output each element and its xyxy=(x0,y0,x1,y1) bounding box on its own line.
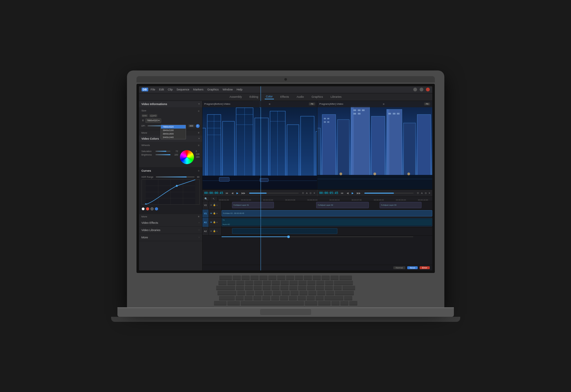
key-backspace[interactable] xyxy=(334,281,353,285)
key-y[interactable] xyxy=(280,286,289,290)
key-minus[interactable] xyxy=(316,281,324,285)
transport-next-l[interactable]: ▶▶ xyxy=(241,192,246,195)
eye-icon-a1[interactable]: 👁 xyxy=(210,221,212,223)
key-f8[interactable] xyxy=(295,276,303,280)
tab-assembly[interactable]: Assembly xyxy=(228,95,243,99)
key-period[interactable] xyxy=(307,296,315,300)
key-rctrl[interactable] xyxy=(318,301,331,305)
dot-blue[interactable] xyxy=(155,207,158,210)
key-equal[interactable] xyxy=(325,281,333,285)
key-del[interactable] xyxy=(339,276,352,280)
dot-white[interactable] xyxy=(142,207,145,210)
key-c[interactable] xyxy=(253,296,262,300)
key-v[interactable] xyxy=(262,296,270,300)
clip-audio-a2[interactable] xyxy=(232,228,337,234)
menu-sequence[interactable]: Sequence xyxy=(176,88,189,91)
mute-icon-v2[interactable]: × xyxy=(216,204,218,206)
menu-window[interactable]: Window xyxy=(222,88,233,91)
key-6[interactable] xyxy=(272,281,280,285)
key-i[interactable] xyxy=(298,286,306,290)
key-f11[interactable] xyxy=(322,276,330,280)
clip-video-v1[interactable]: Fx Video 02...00:00:00:45 xyxy=(222,210,432,216)
eye-icon-v2[interactable]: 👁 xyxy=(210,204,212,206)
transport-prev-l[interactable]: ◀ xyxy=(231,192,234,195)
dropdown-item-1[interactable]: 3840x2160 xyxy=(161,129,186,132)
mute-icon-a1[interactable]: × xyxy=(216,221,218,223)
dpi-button[interactable]: + xyxy=(196,124,200,128)
key-f6[interactable] xyxy=(277,276,285,280)
mute-icon-v1[interactable]: × xyxy=(216,212,218,215)
key-p[interactable] xyxy=(316,286,324,290)
key-space[interactable] xyxy=(241,301,304,305)
marker-icon-l[interactable]: A xyxy=(306,192,308,195)
key-f[interactable] xyxy=(264,291,272,295)
after-fit[interactable]: Fit xyxy=(424,103,430,105)
key-7[interactable] xyxy=(281,281,289,285)
tag-qhd[interactable]: (Q)HD xyxy=(149,114,157,117)
key-q[interactable] xyxy=(236,286,244,290)
curves-header[interactable]: Curves ≡ xyxy=(139,168,202,174)
key-right[interactable] xyxy=(349,301,357,305)
transport-prev-r[interactable]: ◀ xyxy=(346,192,349,195)
key-5[interactable] xyxy=(263,281,271,285)
key-h[interactable] xyxy=(282,291,290,295)
dot-green[interactable] xyxy=(150,207,154,210)
transport-back-r[interactable]: ⏮ xyxy=(340,192,344,195)
key-3[interactable] xyxy=(245,281,253,285)
tab-editing[interactable]: Editing xyxy=(248,95,260,99)
key-2[interactable] xyxy=(236,281,244,285)
key-a[interactable] xyxy=(237,291,245,295)
key-m[interactable] xyxy=(289,296,297,300)
key-esc[interactable] xyxy=(219,276,232,280)
lock-icon-a1[interactable]: 🔒 xyxy=(213,221,216,223)
badge-focus[interactable]: focus xyxy=(407,266,418,269)
key-1[interactable] xyxy=(227,281,236,285)
key-slash[interactable] xyxy=(315,296,324,300)
key-x[interactable] xyxy=(244,296,253,300)
key-f1[interactable] xyxy=(233,276,241,280)
key-b[interactable] xyxy=(271,296,279,300)
marker-icon-r[interactable]: A xyxy=(421,192,422,195)
clip-adjust-v2-3[interactable]: Fx Adjust Layer 03 xyxy=(380,202,422,208)
key-o[interactable] xyxy=(307,286,315,290)
eye-icon-v1[interactable]: 👁 xyxy=(210,212,212,215)
key-rbracket[interactable] xyxy=(334,286,342,290)
dot-red[interactable] xyxy=(146,207,149,210)
key-lbracket[interactable] xyxy=(325,286,333,290)
key-r[interactable] xyxy=(262,286,271,290)
select-icon[interactable]: ↖ xyxy=(213,197,215,200)
tab-graphics[interactable]: Graphics xyxy=(310,95,324,99)
key-n[interactable] xyxy=(280,296,288,300)
key-4[interactable] xyxy=(254,281,262,285)
minimize-button[interactable]: − xyxy=(413,88,417,91)
menu-edit[interactable]: Edit xyxy=(159,88,164,91)
before-menu-icon[interactable]: ≡ xyxy=(269,103,270,106)
key-down[interactable] xyxy=(340,301,349,305)
key-lctrl[interactable] xyxy=(214,301,227,305)
video-info-header[interactable]: Video Informations ▾ xyxy=(139,101,202,107)
close-button[interactable]: × xyxy=(426,88,430,91)
key-lalt[interactable] xyxy=(227,301,240,305)
key-comma[interactable] xyxy=(298,296,306,300)
key-f4[interactable] xyxy=(259,276,268,280)
size-dropdown[interactable]: 7680x4320 ▾ xyxy=(145,118,162,123)
key-f9[interactable] xyxy=(304,276,312,280)
key-d[interactable] xyxy=(255,291,263,295)
key-s[interactable] xyxy=(246,291,254,295)
menu-file[interactable]: File xyxy=(151,88,156,91)
tab-libraries[interactable]: Libraries xyxy=(329,95,343,99)
transport-back-l[interactable]: ⏮ xyxy=(225,192,229,195)
gear-icon-r[interactable]: ⚙ xyxy=(417,192,419,195)
key-g[interactable] xyxy=(273,291,281,295)
key-t[interactable] xyxy=(271,286,280,290)
after-menu-icon[interactable]: ≡ xyxy=(383,103,384,106)
info-icon-l[interactable]: ⊙ xyxy=(309,192,312,195)
menu-graphics[interactable]: Graphics xyxy=(207,88,219,91)
key-z[interactable] xyxy=(236,296,244,300)
key-f3[interactable] xyxy=(250,276,259,280)
gear-icon-l[interactable]: ⚙ xyxy=(302,192,304,195)
key-u[interactable] xyxy=(289,286,297,290)
key-f12[interactable] xyxy=(330,276,339,280)
lock-icon-v2[interactable]: 🔒 xyxy=(213,204,216,206)
key-f10[interactable] xyxy=(313,276,321,280)
